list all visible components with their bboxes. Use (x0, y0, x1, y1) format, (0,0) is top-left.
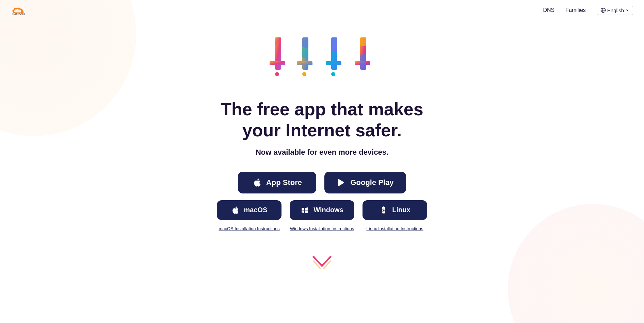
navbar: CLOUDFLARE DNS Families English (0, 0, 644, 20)
macos-button[interactable]: macOS (217, 200, 281, 220)
svg-point-16 (331, 72, 335, 76)
google-play-button[interactable]: Google Play (324, 172, 406, 193)
svg-rect-15 (331, 37, 337, 51)
svg-rect-10 (302, 37, 308, 48)
chevron-v-icon (312, 255, 332, 269)
svg-text:CLOUDFLARE: CLOUDFLARE (12, 13, 25, 15)
globe-icon (600, 7, 606, 13)
svg-rect-14 (326, 61, 341, 65)
logo-1111 (264, 34, 380, 88)
macos-install-link[interactable]: macOS Installation Instructions (217, 226, 281, 231)
svg-rect-20 (360, 37, 366, 46)
svg-point-12 (302, 72, 306, 76)
svg-rect-5 (270, 61, 285, 65)
linux-label: Linux (392, 206, 410, 214)
nav-right: DNS Families English (543, 6, 633, 15)
hero-subheadline: Now available for even more devices. (256, 148, 388, 157)
hero-headline: The free app that makes your Internet sa… (203, 99, 441, 141)
language-label: English (607, 7, 624, 13)
apple-macos-icon (231, 206, 240, 215)
windows-button[interactable]: Windows (290, 200, 354, 220)
hero-section: The free app that makes your Internet sa… (0, 20, 644, 289)
svg-rect-19 (360, 54, 366, 70)
chevron-down-icon (625, 8, 629, 12)
svg-rect-9 (297, 61, 312, 65)
scroll-indicator[interactable] (312, 255, 332, 269)
logo[interactable]: CLOUDFLARE (11, 5, 29, 16)
linux-install-link[interactable]: Linux Installation Instructions (363, 226, 427, 231)
install-links-row: macOS Installation Instructions Windows … (217, 226, 427, 231)
cloudflare-logo-icon: CLOUDFLARE (11, 5, 29, 16)
windows-label: Windows (313, 206, 343, 214)
windows-install-link[interactable]: Windows Installation Instructions (290, 226, 354, 231)
macos-label: macOS (244, 206, 268, 214)
nav-link-families[interactable]: Families (565, 7, 586, 13)
store-buttons-row: App Store Google Play (238, 172, 406, 193)
play-store-icon (337, 178, 346, 187)
svg-point-7 (275, 72, 279, 76)
app-store-button[interactable]: App Store (238, 172, 316, 193)
svg-rect-11 (302, 48, 308, 58)
google-play-label: Google Play (350, 178, 393, 187)
linux-icon (379, 206, 388, 215)
apple-icon (253, 178, 262, 187)
linux-button[interactable]: Linux (363, 200, 427, 220)
language-selector[interactable]: English (597, 6, 633, 15)
app-store-label: App Store (266, 178, 302, 187)
desktop-buttons-row: macOS Windows Linux (217, 200, 427, 220)
windows-icon (301, 206, 309, 215)
nav-link-dns[interactable]: DNS (543, 7, 554, 13)
